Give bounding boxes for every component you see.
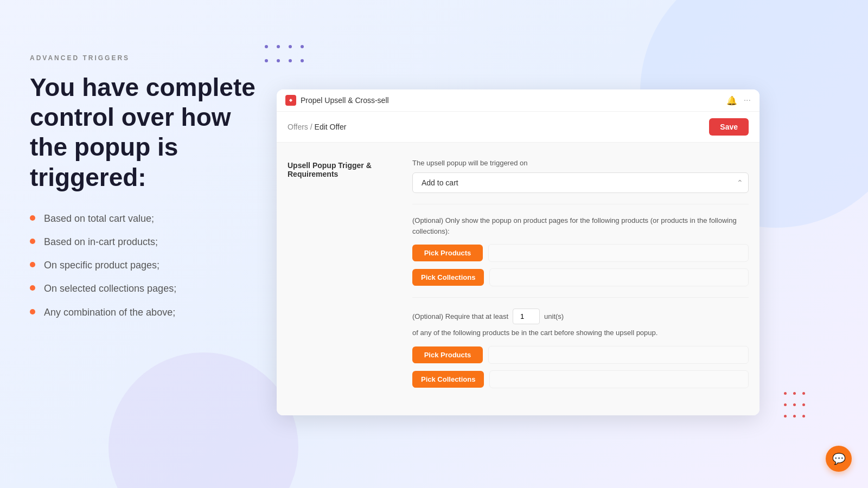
title-bar: Propel Upsell & Cross-sell 🔔 ··· <box>277 89 760 112</box>
breadcrumb-separator: / <box>310 123 315 131</box>
trigger-select[interactable]: Add to cart Page load Exit intent Time o… <box>412 172 749 193</box>
units-row: (Optional) Require that at least unit(s) <box>412 309 749 324</box>
section-label: Upsell Popup Trigger & Requirements <box>288 159 396 399</box>
pick-products-row-2: Pick Products <box>412 346 749 364</box>
bullet-text: Any combination of the above; <box>44 306 175 319</box>
units-section: (Optional) Require that at least unit(s)… <box>412 309 749 338</box>
trigger-select-wrapper: Add to cart Page load Exit intent Time o… <box>412 172 749 193</box>
breadcrumb-current: Edit Offer <box>315 123 347 131</box>
title-bar-right: 🔔 ··· <box>726 95 751 106</box>
list-item: On specific product pages; <box>30 259 269 272</box>
app-icon <box>285 95 296 106</box>
units-prefix-text: (Optional) Require that at least <box>412 312 508 320</box>
bullet-dot <box>30 309 35 314</box>
optional-section-1: (Optional) Only show the popup on produc… <box>412 215 749 286</box>
list-item: On selected collections pages; <box>30 282 269 296</box>
optional-section-2: (Optional) Require that at least unit(s)… <box>412 309 749 388</box>
bullet-list: Based on total cart value; Based on in-c… <box>30 212 269 319</box>
pick-products-button-2[interactable]: Pick Products <box>412 346 483 363</box>
bg-circle-bottom-left <box>108 352 298 488</box>
trigger-section: The upsell popup will be triggered on Ad… <box>412 159 749 193</box>
bell-icon[interactable]: 🔔 <box>726 95 737 106</box>
trigger-helper-text: The upsell popup will be triggered on <box>412 159 749 167</box>
more-options-icon[interactable]: ··· <box>744 95 751 105</box>
pick-products-row-1: Pick Products <box>412 244 749 262</box>
breadcrumb-parent[interactable]: Offers <box>288 123 308 131</box>
list-item: Based on in-cart products; <box>30 235 269 249</box>
form-area: The upsell popup will be triggered on Ad… <box>412 159 749 399</box>
save-button[interactable]: Save <box>709 118 749 136</box>
main-content: Upsell Popup Trigger & Requirements The … <box>277 143 760 415</box>
pick-products-input-1[interactable] <box>488 244 749 262</box>
app-title: Propel Upsell & Cross-sell <box>301 96 389 105</box>
chat-icon: 💬 <box>832 452 846 465</box>
bullet-dot <box>30 239 35 244</box>
breadcrumb-bar: Offers / Edit Offer Save <box>277 112 760 143</box>
bullet-text: On specific product pages; <box>44 259 159 272</box>
pick-collections-row-2: Pick Collections <box>412 370 749 388</box>
units-input[interactable] <box>513 309 540 324</box>
bullet-dot <box>30 215 35 221</box>
bullet-dot <box>30 262 35 267</box>
title-bar-left: Propel Upsell & Cross-sell <box>285 95 389 106</box>
units-label: unit(s) <box>544 312 564 320</box>
left-panel: ADVANCED TRIGGERS You have complete cont… <box>30 54 269 329</box>
pick-products-input-2[interactable] <box>488 346 749 364</box>
dot-grid-red <box>781 389 808 423</box>
bullet-text: On selected collections pages; <box>44 282 176 296</box>
pick-collections-button-1[interactable]: Pick Collections <box>412 269 484 286</box>
main-heading: You have complete control over how the p… <box>30 73 269 192</box>
list-item: Based on total cart value; <box>30 212 269 226</box>
pick-collections-input-1[interactable] <box>489 268 749 286</box>
divider-2 <box>412 297 749 298</box>
bullet-text: Based on total cart value; <box>44 212 154 226</box>
list-item: Any combination of the above; <box>30 306 269 319</box>
app-window: Propel Upsell & Cross-sell 🔔 ··· Offers … <box>277 89 760 415</box>
divider-1 <box>412 204 749 204</box>
breadcrumb: Offers / Edit Offer <box>288 123 346 131</box>
optional-text-1: (Optional) Only show the popup on produc… <box>412 215 749 236</box>
bullet-dot <box>30 285 35 291</box>
section-tag: ADVANCED TRIGGERS <box>30 54 269 62</box>
bullet-text: Based on in-cart products; <box>44 235 158 249</box>
pick-collections-button-2[interactable]: Pick Collections <box>412 371 484 388</box>
chat-button[interactable]: 💬 <box>826 446 852 472</box>
units-desc: of any of the following products be in t… <box>412 328 749 338</box>
pick-products-button-1[interactable]: Pick Products <box>412 245 483 261</box>
pick-collections-input-2[interactable] <box>489 370 749 388</box>
pick-collections-row-1: Pick Collections <box>412 268 749 286</box>
